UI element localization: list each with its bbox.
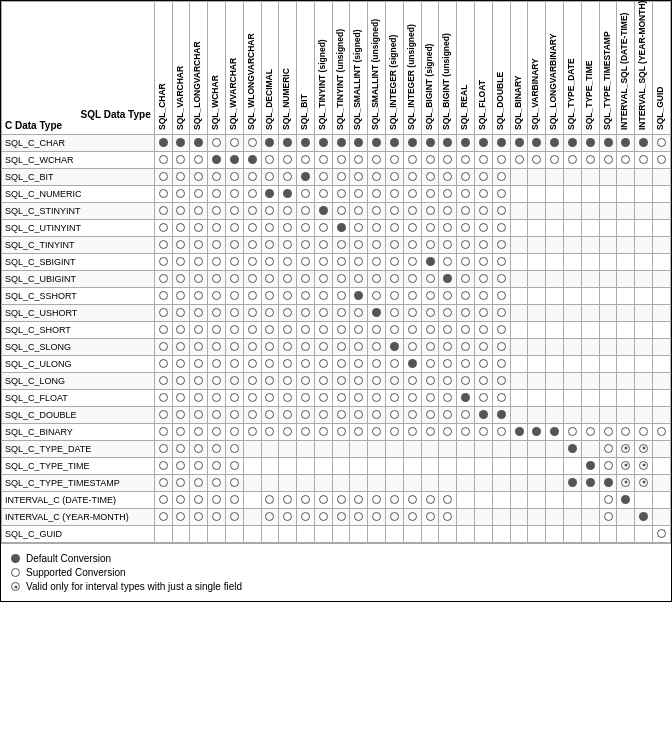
cell-9-24 <box>581 288 599 305</box>
cell-22-5 <box>243 509 261 526</box>
cell-14-28 <box>653 373 671 390</box>
cell-13-6 <box>261 356 279 373</box>
cell-4-27 <box>635 203 653 220</box>
default-conversion-icon <box>443 138 452 147</box>
row-header-21: INTERVAL_C (DATE-TIME) <box>2 492 155 509</box>
col-header-17: SQL_REAL <box>457 2 475 135</box>
cell-18-22 <box>546 441 564 458</box>
cell-0-0 <box>154 135 172 152</box>
cell-0-12 <box>368 135 386 152</box>
supported-conversion-icon <box>319 291 328 300</box>
cell-10-16 <box>439 305 457 322</box>
cell-9-5 <box>243 288 261 305</box>
cell-1-23 <box>564 152 582 169</box>
supported-conversion-icon <box>426 291 435 300</box>
supported-conversion-icon <box>248 274 257 283</box>
cell-16-16 <box>439 407 457 424</box>
cell-19-18 <box>475 458 493 475</box>
row-header-13: SQL_C_ULONG <box>2 356 155 373</box>
default-conversion-icon <box>515 427 524 436</box>
supported-conversion-icon <box>319 359 328 368</box>
cell-19-0 <box>154 458 172 475</box>
row-header-12: SQL_C_SLONG <box>2 339 155 356</box>
supported-conversion-icon <box>176 257 185 266</box>
cell-22-22 <box>546 509 564 526</box>
cell-16-8 <box>297 407 315 424</box>
cell-15-14 <box>403 390 421 407</box>
supported-conversion-icon <box>390 495 399 504</box>
supported-conversion-icon <box>265 155 274 164</box>
default-conversion-icon <box>461 138 470 147</box>
cell-7-6 <box>261 254 279 271</box>
supported-conversion-icon <box>479 240 488 249</box>
supported-conversion-icon <box>176 223 185 232</box>
cell-11-3 <box>208 322 226 339</box>
cell-2-21 <box>528 169 546 186</box>
cell-17-5 <box>243 424 261 441</box>
cell-23-14 <box>403 526 421 543</box>
cell-14-25 <box>599 373 617 390</box>
cell-5-16 <box>439 220 457 237</box>
default-conversion-icon <box>194 138 203 147</box>
cell-17-24 <box>581 424 599 441</box>
col-header-5: SQL_WLONGVARCHAR <box>243 2 261 135</box>
cell-3-18 <box>475 186 493 203</box>
col-header-14: SQL_INTEGER (unsigned) <box>403 2 421 135</box>
supported-conversion-icon <box>372 512 381 521</box>
cell-16-7 <box>279 407 297 424</box>
supported-conversion-icon <box>497 342 506 351</box>
supported-conversion-icon <box>354 410 363 419</box>
cell-20-23 <box>564 475 582 492</box>
supported-conversion-icon <box>337 376 346 385</box>
cell-20-18 <box>475 475 493 492</box>
cell-4-17 <box>457 203 475 220</box>
cell-8-25 <box>599 271 617 288</box>
cell-13-0 <box>154 356 172 373</box>
supported-conversion-icon <box>372 359 381 368</box>
cell-0-21 <box>528 135 546 152</box>
cell-4-16 <box>439 203 457 220</box>
cell-1-10 <box>332 152 350 169</box>
supported-conversion-icon <box>443 512 452 521</box>
default-conversion-icon <box>372 308 381 317</box>
table-row: SQL_C_TYPE_DATE <box>2 441 671 458</box>
cell-7-3 <box>208 254 226 271</box>
table-row: SQL_C_SBIGINT <box>2 254 671 271</box>
cell-2-0 <box>154 169 172 186</box>
table-row: SQL_C_TYPE_TIMESTAMP <box>2 475 671 492</box>
supported-conversion-icon <box>265 495 274 504</box>
default-conversion-icon <box>461 393 470 402</box>
supported-conversion-icon <box>319 172 328 181</box>
col-header-12: SQL_SMALLINT (unsigned) <box>368 2 386 135</box>
cell-5-11 <box>350 220 368 237</box>
default-conversion-icon <box>604 478 613 487</box>
cell-20-10 <box>332 475 350 492</box>
cell-23-5 <box>243 526 261 543</box>
supported-conversion-icon <box>337 155 346 164</box>
cell-6-5 <box>243 237 261 254</box>
supported-conversion-icon <box>194 444 203 453</box>
cell-5-8 <box>297 220 315 237</box>
supported-conversion-icon <box>230 495 239 504</box>
cell-11-2 <box>190 322 208 339</box>
supported-conversion-icon <box>479 393 488 402</box>
supported-conversion-icon <box>515 155 524 164</box>
cell-17-4 <box>225 424 243 441</box>
supported-conversion-icon <box>212 410 221 419</box>
supported-conversion-icon <box>443 189 452 198</box>
cell-7-19 <box>492 254 510 271</box>
cell-5-20 <box>510 220 528 237</box>
cell-20-9 <box>314 475 332 492</box>
supported-conversion-icon <box>337 172 346 181</box>
supported-conversion-icon <box>194 393 203 402</box>
cell-12-5 <box>243 339 261 356</box>
supported-conversion-icon <box>248 240 257 249</box>
supported-conversion-icon <box>159 257 168 266</box>
col-header-3: SQL_WCHAR <box>208 2 226 135</box>
cell-1-2 <box>190 152 208 169</box>
cell-21-18 <box>475 492 493 509</box>
supported-conversion-icon <box>265 325 274 334</box>
cell-4-21 <box>528 203 546 220</box>
cell-0-1 <box>172 135 190 152</box>
cell-19-15 <box>421 458 439 475</box>
